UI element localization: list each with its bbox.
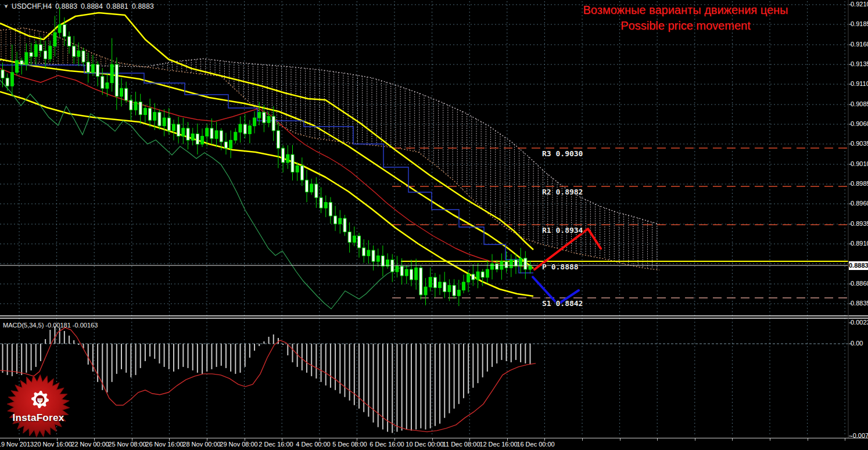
macd-indicator-label: MACD(5,34,5) -0.00181 -0.00163 [3,322,98,329]
ohlc-high: 0.8884 [81,2,103,10]
price-axis-label: 0.9110 [851,80,868,87]
time-tick [770,438,770,441]
chart-dropdown-icon[interactable]: ▼ [3,3,9,9]
time-tick [620,438,620,441]
price-axis-label: 0.8960 [851,200,868,207]
time-axis-label: 20 Nov 16:00 [34,441,71,448]
annotation: Возможные варианты движения цены Possibl… [546,3,825,33]
time-axis-label: 10 Dec 00:00 [406,441,443,448]
ohlc-low: 0.8881 [106,2,128,10]
symbol-header: ▼USDCHF,H40.88830.88840.88810.8883 [3,2,157,10]
price-axis-label: 0.8985 [851,180,868,187]
time-tick [808,438,808,441]
time-axis-label: 19 Nov 2013 [0,441,34,448]
time-axis-label: 28 Nov 00:00 [182,441,220,448]
time-axis-label: 5 Dec 08:00 [332,441,367,448]
macd-axis-label: 0.00 [851,340,863,347]
time-axis-label: 26 Nov 16:00 [145,441,183,448]
time-axis-label: 22 Nov 00:00 [71,441,109,448]
time-axis-label: 6 Dec 16:00 [370,441,404,448]
price-axis-label: 0.8835 [851,300,868,307]
time-axis-label: 16 Dec 00:00 [517,441,554,448]
ohlc-close: 0.8883 [132,2,154,10]
price-axis-label: 0.8935 [851,220,868,227]
pivot-label: R1 0.8934 [542,226,583,235]
annotation-line-ru: Возможные варианты движения цены [546,3,825,17]
pivot-label: R3 0.9030 [542,149,583,158]
time-axis-label: 29 Nov 08:00 [220,441,257,448]
price-axis-label: 0.8860 [851,280,868,287]
time-axis-label: 11 Dec 08:00 [443,441,480,448]
time-tick [657,438,658,441]
time-axis-label: 2 Dec 16:00 [259,441,293,448]
pivot-label: S1 0.8842 [542,299,583,308]
time-axis-label: 4 Dec 00:00 [296,441,330,448]
mt4-chart-window: ψ ▼USDCHF,H40.88830.88840.88810.8883 Воз… [0,0,868,450]
price-axis-label: 0.9135 [851,60,868,67]
symbol-label: USDCHF,H4 [12,2,52,10]
chart-area[interactable]: ψ [0,0,868,450]
time-tick [732,438,733,441]
price-axis-label: 0.9060 [851,120,868,127]
ohlc-open: 0.8883 [55,2,77,10]
price-axis-label: 0.9210 [851,1,868,8]
price-axis-label: 0.9010 [851,160,868,167]
logo-wordmark: InstaForex [0,412,82,424]
price-axis-label: 0.9085 [851,100,868,107]
pivot-label: R2 0.8982 [542,188,583,196]
macd-axis-label: 0.00237 [851,319,868,326]
time-tick [695,438,695,441]
time-axis-label: 12 Dec 16:00 [479,441,517,448]
time-axis-label: 25 Nov 08:00 [108,441,146,448]
price-axis-label: 0.9160 [851,41,868,48]
current-price-marker: 0.8883 [849,261,868,270]
time-axis: 19 Nov 201320 Nov 16:0022 Nov 00:0025 No… [0,438,868,450]
time-tick [845,438,845,441]
price-axis-label: 0.8910 [851,240,868,247]
pivot-label: P 0.8888 [542,262,579,271]
price-axis-label: 0.9035 [851,140,868,147]
price-axis-label: 0.9185 [851,20,868,27]
time-tick [582,438,583,441]
annotation-line-en: Possible price movement [546,19,825,33]
svg-text:ψ: ψ [37,395,43,404]
